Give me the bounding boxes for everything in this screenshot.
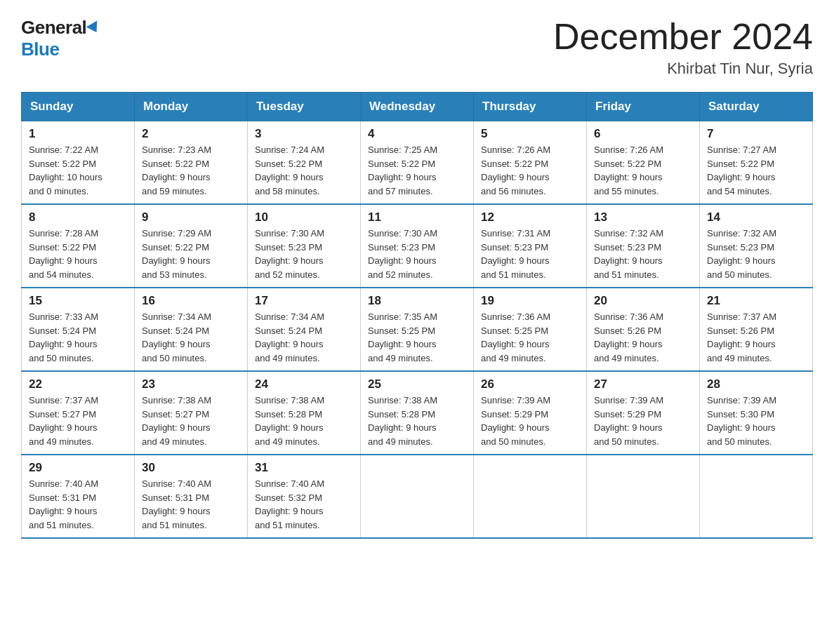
- day-info: Sunrise: 7:40 AMSunset: 5:31 PMDaylight:…: [142, 477, 240, 532]
- calendar-day-cell: 14 Sunrise: 7:32 AMSunset: 5:23 PMDaylig…: [700, 204, 813, 288]
- calendar-day-header: Saturday: [700, 93, 813, 121]
- calendar-day-cell: 3 Sunrise: 7:24 AMSunset: 5:22 PMDayligh…: [248, 121, 361, 205]
- calendar-day-cell: [474, 455, 587, 538]
- calendar-header-row: SundayMondayTuesdayWednesdayThursdayFrid…: [22, 93, 813, 121]
- calendar-day-cell: 6 Sunrise: 7:26 AMSunset: 5:22 PMDayligh…: [587, 121, 700, 205]
- calendar-table: SundayMondayTuesdayWednesdayThursdayFrid…: [21, 92, 813, 539]
- day-info: Sunrise: 7:38 AMSunset: 5:28 PMDaylight:…: [255, 394, 353, 448]
- calendar-day-cell: [361, 455, 474, 538]
- day-info: Sunrise: 7:39 AMSunset: 5:29 PMDaylight:…: [594, 394, 692, 448]
- day-number: 7: [707, 127, 805, 141]
- calendar-subtitle: Khirbat Tin Nur, Syria: [553, 60, 813, 78]
- day-info: Sunrise: 7:22 AMSunset: 5:22 PMDaylight:…: [29, 143, 127, 198]
- calendar-day-header: Tuesday: [248, 93, 361, 121]
- day-number: 30: [142, 461, 240, 475]
- day-number: 27: [594, 377, 692, 391]
- day-info: Sunrise: 7:36 AMSunset: 5:26 PMDaylight:…: [594, 310, 692, 365]
- day-info: Sunrise: 7:33 AMSunset: 5:24 PMDaylight:…: [29, 310, 127, 365]
- day-info: Sunrise: 7:26 AMSunset: 5:22 PMDaylight:…: [594, 143, 692, 198]
- day-number: 3: [255, 127, 353, 141]
- day-number: 21: [707, 294, 805, 308]
- calendar-day-cell: 17 Sunrise: 7:34 AMSunset: 5:24 PMDaylig…: [248, 288, 361, 371]
- day-number: 20: [594, 294, 692, 308]
- calendar-day-cell: 4 Sunrise: 7:25 AMSunset: 5:22 PMDayligh…: [361, 121, 474, 205]
- day-number: 5: [481, 127, 579, 141]
- calendar-day-header: Monday: [135, 93, 248, 121]
- calendar-day-cell: 29 Sunrise: 7:40 AMSunset: 5:31 PMDaylig…: [22, 455, 135, 538]
- day-number: 24: [255, 377, 353, 391]
- calendar-day-cell: 25 Sunrise: 7:38 AMSunset: 5:28 PMDaylig…: [361, 371, 474, 455]
- calendar-day-cell: 22 Sunrise: 7:37 AMSunset: 5:27 PMDaylig…: [22, 371, 135, 455]
- day-info: Sunrise: 7:32 AMSunset: 5:23 PMDaylight:…: [594, 227, 692, 281]
- day-number: 17: [255, 294, 353, 308]
- day-info: Sunrise: 7:30 AMSunset: 5:23 PMDaylight:…: [255, 227, 353, 281]
- calendar-title: December 2024: [553, 17, 813, 57]
- day-info: Sunrise: 7:24 AMSunset: 5:22 PMDaylight:…: [255, 143, 353, 198]
- day-info: Sunrise: 7:34 AMSunset: 5:24 PMDaylight:…: [142, 310, 240, 365]
- logo-general-text: General: [21, 17, 86, 39]
- calendar-day-cell: 31 Sunrise: 7:40 AMSunset: 5:32 PMDaylig…: [248, 455, 361, 538]
- day-info: Sunrise: 7:35 AMSunset: 5:25 PMDaylight:…: [368, 310, 466, 365]
- day-info: Sunrise: 7:28 AMSunset: 5:22 PMDaylight:…: [29, 227, 127, 281]
- day-info: Sunrise: 7:31 AMSunset: 5:23 PMDaylight:…: [481, 227, 579, 281]
- day-number: 1: [29, 127, 127, 141]
- day-number: 12: [481, 210, 579, 224]
- calendar-day-cell: [700, 455, 813, 538]
- calendar-week-row: 8 Sunrise: 7:28 AMSunset: 5:22 PMDayligh…: [22, 204, 813, 288]
- day-number: 4: [368, 127, 466, 141]
- day-number: 31: [255, 461, 353, 475]
- day-number: 8: [29, 210, 127, 224]
- calendar-week-row: 22 Sunrise: 7:37 AMSunset: 5:27 PMDaylig…: [22, 371, 813, 455]
- day-number: 16: [142, 294, 240, 308]
- day-info: Sunrise: 7:37 AMSunset: 5:27 PMDaylight:…: [29, 394, 127, 448]
- calendar-day-cell: 16 Sunrise: 7:34 AMSunset: 5:24 PMDaylig…: [135, 288, 248, 371]
- day-number: 6: [594, 127, 692, 141]
- calendar-day-cell: 9 Sunrise: 7:29 AMSunset: 5:22 PMDayligh…: [135, 204, 248, 288]
- calendar-day-cell: 21 Sunrise: 7:37 AMSunset: 5:26 PMDaylig…: [700, 288, 813, 371]
- calendar-day-cell: 19 Sunrise: 7:36 AMSunset: 5:25 PMDaylig…: [474, 288, 587, 371]
- day-info: Sunrise: 7:23 AMSunset: 5:22 PMDaylight:…: [142, 143, 240, 198]
- day-number: 13: [594, 210, 692, 224]
- day-number: 28: [707, 377, 805, 391]
- calendar-day-cell: 2 Sunrise: 7:23 AMSunset: 5:22 PMDayligh…: [135, 121, 248, 205]
- day-number: 23: [142, 377, 240, 391]
- day-info: Sunrise: 7:26 AMSunset: 5:22 PMDaylight:…: [481, 143, 579, 198]
- calendar-day-cell: 12 Sunrise: 7:31 AMSunset: 5:23 PMDaylig…: [474, 204, 587, 288]
- calendar-week-row: 29 Sunrise: 7:40 AMSunset: 5:31 PMDaylig…: [22, 455, 813, 538]
- day-info: Sunrise: 7:32 AMSunset: 5:23 PMDaylight:…: [707, 227, 805, 281]
- day-number: 25: [368, 377, 466, 391]
- calendar-day-cell: 30 Sunrise: 7:40 AMSunset: 5:31 PMDaylig…: [135, 455, 248, 538]
- calendar-day-cell: 23 Sunrise: 7:38 AMSunset: 5:27 PMDaylig…: [135, 371, 248, 455]
- calendar-day-cell: 27 Sunrise: 7:39 AMSunset: 5:29 PMDaylig…: [587, 371, 700, 455]
- logo-triangle-icon: [86, 20, 102, 35]
- day-number: 26: [481, 377, 579, 391]
- calendar-day-cell: 8 Sunrise: 7:28 AMSunset: 5:22 PMDayligh…: [22, 204, 135, 288]
- logo: General Blue: [21, 17, 100, 60]
- calendar-day-cell: 28 Sunrise: 7:39 AMSunset: 5:30 PMDaylig…: [700, 371, 813, 455]
- day-info: Sunrise: 7:30 AMSunset: 5:23 PMDaylight:…: [368, 227, 466, 281]
- day-info: Sunrise: 7:27 AMSunset: 5:22 PMDaylight:…: [707, 143, 805, 198]
- day-info: Sunrise: 7:36 AMSunset: 5:25 PMDaylight:…: [481, 310, 579, 365]
- calendar-day-cell: [587, 455, 700, 538]
- page-header: General Blue December 2024 Khirbat Tin N…: [21, 17, 813, 78]
- calendar-day-cell: 10 Sunrise: 7:30 AMSunset: 5:23 PMDaylig…: [248, 204, 361, 288]
- day-info: Sunrise: 7:34 AMSunset: 5:24 PMDaylight:…: [255, 310, 353, 365]
- calendar-day-cell: 13 Sunrise: 7:32 AMSunset: 5:23 PMDaylig…: [587, 204, 700, 288]
- day-number: 9: [142, 210, 240, 224]
- day-number: 11: [368, 210, 466, 224]
- calendar-day-header: Thursday: [474, 93, 587, 121]
- day-info: Sunrise: 7:38 AMSunset: 5:28 PMDaylight:…: [368, 394, 466, 448]
- calendar-day-cell: 18 Sunrise: 7:35 AMSunset: 5:25 PMDaylig…: [361, 288, 474, 371]
- calendar-title-block: December 2024 Khirbat Tin Nur, Syria: [553, 17, 813, 78]
- day-info: Sunrise: 7:40 AMSunset: 5:31 PMDaylight:…: [29, 477, 127, 532]
- day-number: 22: [29, 377, 127, 391]
- calendar-day-cell: 24 Sunrise: 7:38 AMSunset: 5:28 PMDaylig…: [248, 371, 361, 455]
- calendar-day-cell: 15 Sunrise: 7:33 AMSunset: 5:24 PMDaylig…: [22, 288, 135, 371]
- calendar-day-cell: 26 Sunrise: 7:39 AMSunset: 5:29 PMDaylig…: [474, 371, 587, 455]
- calendar-day-cell: 7 Sunrise: 7:27 AMSunset: 5:22 PMDayligh…: [700, 121, 813, 205]
- day-info: Sunrise: 7:40 AMSunset: 5:32 PMDaylight:…: [255, 477, 353, 532]
- calendar-day-cell: 1 Sunrise: 7:22 AMSunset: 5:22 PMDayligh…: [22, 121, 135, 205]
- calendar-day-header: Friday: [587, 93, 700, 121]
- day-number: 14: [707, 210, 805, 224]
- day-number: 10: [255, 210, 353, 224]
